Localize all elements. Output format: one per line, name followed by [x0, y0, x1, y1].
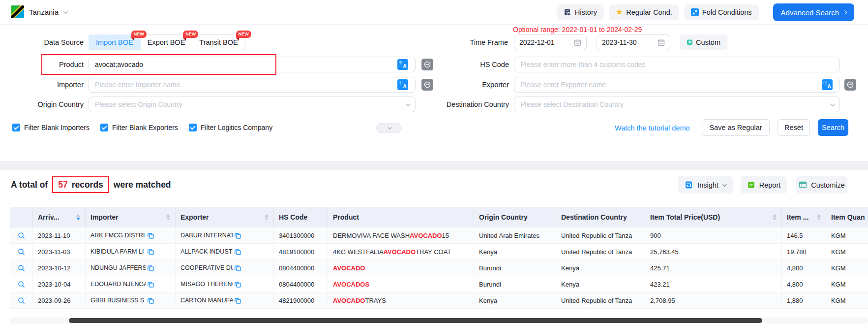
search-detail-icon[interactable] — [18, 248, 25, 256]
origin-country-select[interactable]: Please select Origin Country — [89, 97, 416, 112]
origin-country-placeholder: Please select Origin Country — [95, 100, 182, 108]
exporter-name[interactable]: DABUR INTERNATION — [180, 232, 233, 239]
column-label: Importer — [90, 213, 119, 221]
section-divider — [0, 161, 868, 170]
product-text: TRAYS — [365, 297, 386, 304]
report-icon — [747, 181, 755, 189]
cell-item-total-price: 423.21 — [645, 276, 782, 292]
cell-arrival-date: 2023-11-10 — [33, 228, 86, 244]
product-keyword-highlight: AVOCADO — [410, 232, 442, 239]
new-badge: NEW — [236, 31, 251, 38]
copy-icon[interactable] — [235, 297, 241, 304]
checkbox-checked-icon[interactable] — [189, 124, 197, 131]
importer-name[interactable]: NDUNGU JAFFERS — [90, 264, 146, 271]
sort-control[interactable] — [814, 214, 821, 220]
column-header-exporter[interactable]: Exporter — [176, 207, 274, 228]
copy-icon[interactable] — [148, 249, 154, 255]
checkbox-checked-icon[interactable] — [100, 124, 108, 131]
copy-icon[interactable] — [235, 232, 241, 239]
search-detail-icon[interactable] — [18, 232, 25, 239]
date-start-input[interactable]: 2022-12-01 — [514, 34, 587, 50]
product-keyword-highlight: AVOCADOS — [333, 281, 369, 288]
column-header-importer[interactable]: Importer — [86, 207, 176, 228]
translate-icon[interactable]: 中 A — [397, 79, 408, 92]
cell-item-quantity-unit: KGM — [826, 260, 868, 276]
cell-destination-country: United Republic of Tanza — [556, 228, 645, 244]
column-label: Origin Country — [479, 213, 528, 221]
importer-name[interactable]: ARK FMCG DISTRI — [90, 232, 146, 239]
sort-control[interactable] — [163, 214, 170, 220]
translate-icon[interactable]: 中 A — [397, 59, 408, 72]
history-button[interactable]: History — [557, 4, 604, 20]
copy-icon[interactable] — [235, 281, 241, 288]
search-detail-icon[interactable] — [18, 297, 25, 304]
product-input[interactable] — [89, 57, 416, 72]
search-button[interactable]: Search — [818, 119, 848, 136]
reset-button[interactable]: Reset — [778, 119, 810, 136]
exporter-name[interactable]: CARTON MANUFACTU — [180, 297, 233, 304]
exporter-name[interactable]: MISAGO THERENCE — [180, 281, 233, 288]
destination-country-select[interactable]: Please select Destination Country — [514, 97, 840, 112]
column-header-item[interactable]: Item ... — [782, 207, 826, 228]
column-header-item-total-price[interactable]: Item Total Price(USD) — [645, 207, 782, 228]
exporter-name[interactable]: COOPERATIVE DUSEZ — [180, 264, 233, 271]
importer-input[interactable] — [89, 77, 416, 93]
cell-arrival-date: 2023-11-03 — [33, 244, 86, 260]
search-detail-icon[interactable] — [18, 264, 25, 272]
copy-icon[interactable] — [148, 297, 154, 304]
importer-label: Importer — [10, 81, 84, 89]
hs-code-label: HS Code — [435, 61, 509, 68]
checkbox-filter-blank-importers[interactable]: Filter Blank Importers — [12, 124, 90, 131]
tab-transit-boe-label: Transit BOE — [199, 38, 238, 46]
tab-transit-boe[interactable]: Transit BOE NEW — [192, 34, 245, 50]
advanced-search-button[interactable]: Advanced Search — [773, 3, 854, 21]
exclude-filter-icon[interactable] — [844, 79, 856, 93]
column-header-origin-country: Origin Country — [474, 207, 556, 228]
importer-name[interactable]: KIBIDULA FARM LI — [90, 248, 146, 255]
cell-importer: ARK FMCG DISTRI — [86, 228, 176, 244]
country-selector[interactable]: Tanzania — [11, 5, 67, 18]
translate-icon[interactable]: 中 A — [822, 79, 833, 92]
exporter-input[interactable] — [514, 77, 840, 93]
exclude-filter-icon[interactable] — [421, 79, 433, 93]
date-end-input[interactable]: 2023-11-30 — [597, 34, 670, 50]
save-as-regular-button[interactable]: Save as Regular — [702, 119, 770, 136]
copy-icon[interactable] — [148, 232, 154, 239]
exclude-filter-icon[interactable] — [421, 59, 433, 72]
cell-destination-country: Kenya — [556, 260, 645, 276]
sort-control[interactable] — [73, 214, 80, 220]
cell-product: AVOCADOS — [328, 276, 474, 292]
fold-conditions-button[interactable]: Fold Conditions — [684, 4, 759, 20]
copy-icon[interactable] — [235, 249, 241, 255]
collapse-conditions-button[interactable] — [376, 123, 402, 133]
exporter-name[interactable]: ALLPACK INDUSTRIES — [180, 248, 233, 255]
copy-icon[interactable] — [148, 281, 154, 288]
search-detail-icon[interactable] — [18, 281, 25, 288]
copy-icon[interactable] — [148, 265, 154, 271]
copy-icon[interactable] — [235, 265, 241, 271]
advanced-search-label: Advanced Search — [781, 8, 839, 17]
column-header-arrival[interactable]: Arriv... — [33, 207, 86, 228]
horizontal-scrollbar-thumb[interactable] — [69, 318, 762, 323]
tab-import-boe[interactable]: Import BOE NEW — [89, 34, 141, 50]
sort-control[interactable] — [770, 214, 777, 220]
customize-button[interactable]: Customize — [796, 176, 847, 194]
checkbox-checked-icon[interactable] — [12, 124, 20, 131]
cell-hs-code: 4821900000 — [274, 292, 328, 309]
custom-range-button[interactable]: ⌘ Custom — [680, 34, 727, 50]
importer-name[interactable]: GBRI BUSINESS S — [90, 297, 146, 304]
tutorial-demo-link[interactable]: Watch the tutorial demo — [615, 124, 690, 132]
column-label: Product — [333, 213, 359, 221]
hs-code-input[interactable] — [514, 57, 840, 72]
chevron-right-icon — [843, 10, 847, 14]
insight-button[interactable]: Insight — [678, 176, 733, 194]
cell-detail — [10, 276, 33, 292]
checkbox-filter-logistics-company[interactable]: Filter Logitics Company — [189, 124, 272, 131]
cell-item-quantity-unit: KGM — [826, 292, 868, 309]
report-button[interactable]: Report — [741, 176, 787, 194]
regular-cond-button[interactable]: ★ Regular Cond. — [609, 4, 679, 20]
sort-control[interactable] — [262, 214, 269, 220]
tab-export-boe[interactable]: Export BOE NEW — [140, 34, 193, 50]
importer-name[interactable]: EDOUARD NJENGA — [90, 281, 146, 288]
checkbox-filter-blank-exporters[interactable]: Filter Blank Exporters — [100, 124, 178, 131]
